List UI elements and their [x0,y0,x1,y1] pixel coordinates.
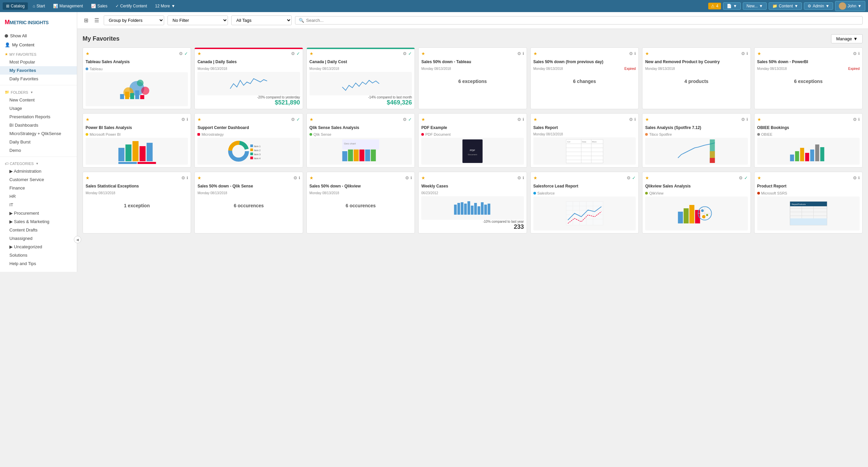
sidebar-sub-content-drafts[interactable]: Content Drafts [0,226,77,234]
settings-icon[interactable]: ⚙ [853,51,857,56]
card-canada-cost[interactable]: ★ ⚙ ✓ Canada | Daily Cost Monday 08/13/2… [306,47,415,109]
settings-icon[interactable]: ⚙ [629,117,633,122]
sidebar-sub-my-favorites[interactable]: My Favorites [0,66,77,75]
alert-badge[interactable]: ⚠ 4 [708,3,721,9]
sidebar-sub-administration[interactable]: ▶ Administration [0,167,77,175]
star-icon[interactable]: ★ [197,175,202,180]
star-icon[interactable]: ★ [86,175,90,180]
sidebar-sub-hr[interactable]: HR [0,192,77,201]
settings-icon[interactable]: ⚙ [627,175,631,180]
card-sales-qlik-sense[interactable]: ★ ⚙ ℹ Sales 50% down - Qlik Sense Monday… [194,172,303,233]
info-icon[interactable]: ℹ [634,51,636,56]
star-icon[interactable]: ★ [86,117,90,122]
card-pdf-example[interactable]: ★ ⚙ ℹ PDF Example PDF Document [418,113,527,168]
settings-icon[interactable]: ⚙ [739,175,743,180]
info-icon[interactable]: ℹ [858,51,860,56]
star-icon[interactable]: ★ [309,51,313,56]
settings-icon[interactable]: ⚙ [403,51,407,56]
star-icon[interactable]: ★ [645,51,649,56]
card-support-center[interactable]: ★ ⚙ ✓ Support Center Dashboard Microstra… [194,113,303,168]
nav-certify[interactable]: ✓ Certify Content [112,2,150,10]
info-icon[interactable]: ℹ [187,176,188,180]
star-icon[interactable]: ★ [645,117,649,122]
star-icon[interactable]: ★ [309,175,313,180]
grid-view-btn[interactable]: ⊞ [83,16,90,25]
settings-icon[interactable]: ⚙ [853,117,857,122]
sidebar-section-folders[interactable]: 📁 Folders ▼ [0,87,77,96]
sidebar-sub-solutions[interactable]: Solutions [0,251,77,259]
sidebar-sub-uncategorized[interactable]: ▶ Uncategorized [0,242,77,251]
card-spotfire[interactable]: ★ ⚙ ℹ Sales Analysis (Spotfire 7.12) Tib… [642,113,750,168]
filter-select[interactable]: No Filter [167,16,228,25]
sidebar-sub-unassigned[interactable]: Unassigned [0,234,77,242]
star-icon[interactable]: ★ [533,175,537,180]
settings-icon[interactable]: ⚙ [181,175,185,180]
star-icon[interactable]: ★ [421,117,425,122]
sidebar-sub-demo[interactable]: Demo [0,146,77,154]
settings-icon[interactable]: ⚙ [741,51,745,56]
settings-icon[interactable]: ⚙ [179,51,183,56]
info-icon[interactable]: ℹ [634,117,636,122]
nav-more[interactable]: 12 More ▼ [152,2,179,10]
card-statistical-exceptions[interactable]: ★ ⚙ ℹ Sales Statistical Exceptions Monda… [83,172,191,233]
admin-btn[interactable]: ⚙ Admin ▼ [804,2,833,10]
settings-icon[interactable]: ⚙ [291,117,295,122]
settings-icon[interactable]: ⚙ [853,175,857,180]
sidebar-sub-help[interactable]: Help and Tips [0,259,77,268]
card-qlik-sense[interactable]: ★ ⚙ ✓ Qlik Sense Sales Analysis Qlik Sen… [306,113,415,168]
settings-icon[interactable]: ⚙ [517,117,521,122]
star-icon[interactable]: ★ [645,175,649,180]
settings-icon[interactable]: ⚙ [517,175,521,180]
settings-icon[interactable]: ⚙ [629,51,633,56]
nav-catalog[interactable]: ⊞ Catalog [3,2,28,10]
sidebar-sub-customer-service[interactable]: Customer Service [0,175,77,184]
settings-icon[interactable]: ⚙ [291,51,295,56]
star-icon[interactable]: ★ [197,51,202,56]
new-btn[interactable]: New... ▼ [743,2,767,10]
sidebar-sub-presentation-reports[interactable]: Presentation Reports [0,113,77,121]
star-icon[interactable]: ★ [533,51,537,56]
sidebar-sub-it[interactable]: IT [0,201,77,209]
sidebar-sub-bi-dashboards[interactable]: BI Dashboards [0,121,77,129]
nav-management[interactable]: 📊 Management [50,2,86,10]
sidebar-sub-most-popular[interactable]: Most Popular [0,58,77,66]
info-icon[interactable]: ℹ [187,117,188,122]
sidebar-sub-procurement[interactable]: ▶ Procurement [0,209,77,217]
info-icon[interactable]: ℹ [858,117,860,122]
tags-select[interactable]: All Tags [231,16,292,25]
sidebar-item-my-content[interactable]: 👤 My Content [0,40,77,49]
info-icon[interactable]: ℹ [746,117,748,122]
card-canada-sales[interactable]: ★ ⚙ ✓ Canada | Daily Sales Monday 08/13/… [194,47,303,109]
card-weekly-cases[interactable]: ★ ⚙ ℹ Weekly Cases 06/23/2012 [418,172,527,233]
star-icon[interactable]: ★ [86,51,90,56]
card-tableau-sales[interactable]: ★ ⚙ ✓ Tableau Sales Analysis Tableau [83,47,191,109]
card-qlikview-sales[interactable]: ★ ⚙ ✓ Qlikview Sales Analysis QlikView [642,172,750,233]
card-obiee[interactable]: ★ ⚙ ℹ OBIEE Bookings OBIEE [754,113,863,168]
card-sales-down-tableau[interactable]: ★ ⚙ ℹ Sales 50% down - Tableau Monday 08… [418,47,527,109]
star-icon[interactable]: ★ [757,117,761,122]
card-new-removed-product[interactable]: ★ ⚙ ℹ New and Removed Product by Country… [642,47,750,109]
info-icon[interactable]: ℹ [746,51,748,56]
star-icon[interactable]: ★ [421,51,425,56]
sidebar-section-favorites[interactable]: ★ My Favorites [0,49,77,58]
info-icon[interactable]: ℹ [523,51,524,56]
star-icon[interactable]: ★ [197,117,202,122]
sidebar-sub-finance[interactable]: Finance [0,184,77,192]
card-salesforce[interactable]: ★ ⚙ ✓ Salesforce Lead Report Salesforce [530,172,639,233]
sidebar-sub-daily-favorites[interactable]: Daily Favorites [0,75,77,83]
sidebar-section-categories[interactable]: 🏷 Categories ▼ [0,159,77,167]
card-sales-qlikview[interactable]: ★ ⚙ ℹ Sales 50% down - Qlikview Monday 0… [306,172,415,233]
sidebar-sub-microstrategy[interactable]: MicroStrategy + QlikSense [0,129,77,138]
settings-icon[interactable]: ⚙ [403,117,407,122]
user-btn[interactable]: John ▼ [835,1,865,11]
manage-button[interactable]: Manage ▼ [831,34,863,43]
group-by-select[interactable]: Group by Folders [104,16,164,25]
settings-icon[interactable]: ⚙ [293,175,298,180]
star-icon[interactable]: ★ [757,175,761,180]
star-icon[interactable]: ★ [421,175,425,180]
nav-sales[interactable]: 📈 Sales [88,2,111,10]
card-sales-down-prev[interactable]: ★ ⚙ ℹ Sales 50% down (from previous day)… [530,47,639,109]
sidebar-sub-sales-marketing[interactable]: ▶ Sales & Marketing [0,217,77,226]
sidebar-item-show-all[interactable]: Show All [0,31,77,40]
card-sales-report[interactable]: ★ ⚙ ℹ Sales Report Monday 08/13/2018 [530,113,639,168]
